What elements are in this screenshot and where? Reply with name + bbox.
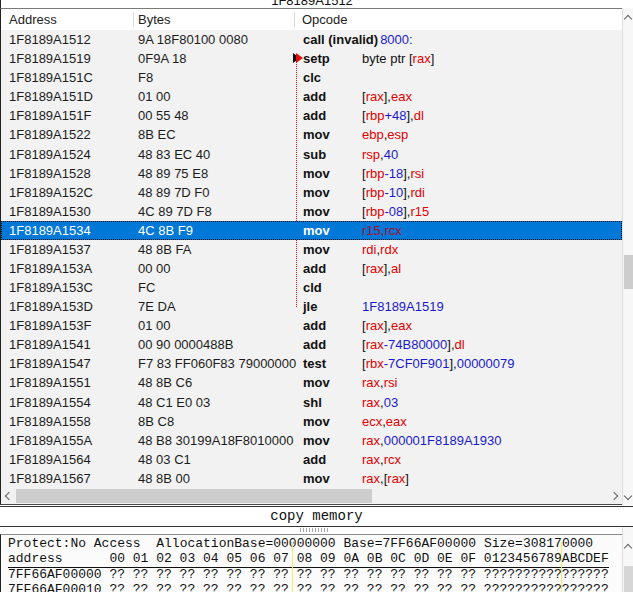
table-row[interactable]: 1F8189A153F01 00add[rax],eax	[1, 316, 622, 335]
opcode-cell: movebp,esp	[294, 127, 622, 142]
vertical-scrollbar[interactable]	[622, 8, 633, 505]
opcode-cell: movecx,eax	[294, 414, 622, 429]
address-cell: 1F8189A151D	[1, 89, 133, 104]
operands: rax,03	[362, 395, 398, 410]
operand-part: rax	[362, 471, 380, 486]
table-row[interactable]: 1F8189A155148 8B C6movrax,rsi	[1, 373, 622, 392]
scroll-up-icon[interactable]	[624, 15, 632, 23]
table-row[interactable]: 1F8189A152848 89 75 E8mov[rbp-18],rsi	[1, 164, 622, 183]
window-title-bar[interactable]: 1F8189A1512	[0, 0, 623, 8]
hex-view-body[interactable]: Protect:No Access AllocationBase=0000000…	[0, 534, 622, 592]
table-row[interactable]: 1F8189A153A00 00add[rax],al	[1, 259, 622, 278]
mnemonic: mov	[303, 242, 360, 257]
operand-part: rbp	[366, 166, 385, 181]
bytes-cell: FC	[133, 280, 294, 295]
operand-part: rdi	[410, 185, 424, 200]
table-row[interactable]: 1F8189A153CFCcld	[1, 278, 622, 297]
copy-memory-title-bar[interactable]: copy memory	[0, 506, 633, 527]
hex-vertical-scrollbar[interactable]	[622, 527, 633, 592]
operands: [rbp-08],r15	[362, 204, 429, 219]
column-header-bytes[interactable]: Bytes	[138, 12, 171, 27]
bytes-cell: 00 00	[133, 261, 294, 276]
mnemonic: setp	[303, 51, 360, 66]
operand-part: rax	[362, 395, 380, 410]
operands: rdi,rdx	[362, 242, 398, 257]
bytes-cell: 48 C1 E0 03	[133, 395, 294, 410]
hex-header-byte-labels: 00 01 02 03 04 05 06 07 08 09 0A 0B 0C 0…	[109, 551, 483, 566]
operand-part: dl	[414, 108, 424, 123]
opcode-cell: movrax,rsi	[294, 375, 622, 390]
table-row[interactable]: 1F8189A15588B C8movecx,eax	[1, 412, 622, 431]
address-cell: 1F8189A153F	[1, 318, 133, 333]
table-row[interactable]: 1F8189A1547F7 83 FF060F83 79000000test[r…	[1, 354, 622, 373]
mnemonic: mov	[303, 204, 360, 219]
table-row[interactable]: 1F8189A155A48 B8 30199A18F8010000movrax,…	[1, 431, 622, 450]
operands: [rbp-18],rsi	[362, 166, 424, 181]
scroll-left-icon[interactable]	[5, 492, 13, 500]
mnemonic: mov	[303, 471, 360, 486]
operands: 8000:	[380, 32, 413, 47]
address-cell: 1F8189A155A	[1, 433, 133, 448]
opcode-cell: movrax,[rax]	[294, 471, 622, 486]
table-row[interactable]: 1F8189A15344C 8B F9movr15,rcx	[1, 221, 622, 240]
table-row[interactable]: 1F8189A155448 C1 E0 03shlrax,03	[1, 392, 622, 411]
operand-part: ]	[405, 471, 409, 486]
table-row[interactable]: 1F8189A15190F9A 18setpbyte ptr [rax]	[1, 49, 622, 68]
table-row[interactable]: 1F8189A156448 03 C1addrax,rcx	[1, 450, 622, 469]
column-separator[interactable]	[133, 12, 134, 27]
table-row[interactable]: 1F8189A153D7E DAjle1F8189A1519	[1, 297, 622, 316]
scroll-up-icon[interactable]	[624, 544, 632, 552]
opcode-cell: cld	[294, 280, 622, 295]
table-row[interactable]: 1F8189A15228B ECmovebp,esp	[1, 125, 622, 144]
hex-header-row: address00 01 02 03 04 05 06 07 08 09 0A …	[8, 551, 622, 566]
table-row[interactable]: 1F8189A156748 8B 00movrax,[rax]	[1, 469, 622, 488]
address-cell: 1F8189A153D	[1, 299, 133, 314]
operands: [rax],al	[362, 261, 401, 276]
opcode-cell: add[rbp+48],dl	[294, 108, 622, 123]
horizontal-scrollbar[interactable]	[0, 488, 622, 505]
scroll-right-icon[interactable]	[610, 492, 618, 500]
table-row[interactable]: 1F8189A154100 90 0000488Badd[rax-74B8000…	[1, 335, 622, 354]
address-cell: 1F8189A1541	[1, 337, 133, 352]
table-row[interactable]: 1F8189A151F00 55 48add[rbp+48],dl	[1, 106, 622, 125]
operand-part: -10	[384, 185, 403, 200]
table-row[interactable]: 1F8189A153748 8B FAmovrdi,rdx	[1, 240, 622, 259]
splitter-grip-icon[interactable]	[300, 528, 328, 532]
table-row[interactable]: 1F8189A151CF8clc	[1, 68, 622, 87]
table-row[interactable]: 1F8189A15129A 18F80100 0080call (invalid…	[1, 30, 622, 49]
table-row[interactable]: 1F8189A152448 83 EC 40subrsp,40	[1, 144, 622, 163]
operand-part: rax	[366, 337, 384, 352]
table-row[interactable]: 1F8189A152C48 89 7D F0mov[rbp-10],rdi	[1, 183, 622, 202]
table-row[interactable]: 1F8189A151D01 00add[rax],eax	[1, 87, 622, 106]
operand-part: ],	[406, 108, 413, 123]
column-header-address[interactable]: Address	[9, 12, 57, 27]
operands: [rax-74B80000],dl	[362, 337, 465, 352]
horizontal-scrollbar-thumb[interactable]	[16, 489, 372, 503]
column-header-opcode[interactable]: Opcode	[302, 12, 348, 27]
scroll-down-icon[interactable]	[624, 492, 632, 500]
bytes-cell: 8B EC	[133, 127, 294, 142]
operand-part: rdx	[380, 242, 398, 257]
disassembler-column-header: Address Bytes Opcode	[0, 8, 622, 30]
operand-part: rbp	[366, 185, 385, 200]
hex-row-ascii: ????????????????	[484, 582, 609, 592]
address-cell: 1F8189A1564	[1, 452, 133, 467]
mnemonic: mov	[303, 414, 360, 429]
hex-row[interactable]: 7FF66AF00010?? ?? ?? ?? ?? ?? ?? ?? ?? ?…	[8, 582, 622, 592]
mnemonic: add	[303, 337, 360, 352]
address-cell: 1F8189A153A	[1, 261, 133, 276]
operands: ebp,esp	[362, 127, 408, 142]
table-row[interactable]: 1F8189A15304C 89 7D F8mov[rbp-08],r15	[1, 202, 622, 221]
hex-row-bytes: ?? ?? ?? ?? ?? ?? ?? ?? ?? ?? ?? ?? ?? ?…	[109, 582, 483, 592]
column-separator[interactable]	[294, 12, 295, 27]
mnemonic: shl	[303, 395, 360, 410]
operand-part: eax	[386, 414, 407, 429]
opcode-cell: mov[rbp-10],rdi	[294, 185, 622, 200]
vertical-scrollbar-thumb[interactable]	[624, 255, 633, 289]
mnemonic: mov	[303, 127, 360, 142]
mnemonic: cld	[303, 280, 360, 295]
hex-row[interactable]: 7FF66AF00000?? ?? ?? ?? ?? ?? ?? ?? ?? ?…	[8, 567, 622, 582]
operand-part: rbp	[366, 204, 385, 219]
bytes-cell: 0F9A 18	[133, 51, 294, 66]
hex-scrollbar-thumb[interactable]	[624, 566, 633, 592]
